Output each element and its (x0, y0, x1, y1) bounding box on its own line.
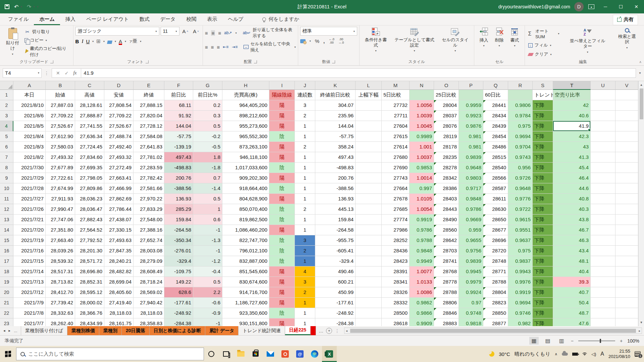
cell[interactable]: 27,709.22 (104, 111, 133, 121)
customize-qat-icon[interactable]: ▾ (37, 5, 39, 8)
cell[interactable]: 28,036.47 (75, 204, 104, 215)
cell[interactable]: -276.01 (164, 246, 193, 256)
start-button[interactable] (0, 346, 16, 362)
cell[interactable]: 28,332.63 (46, 308, 75, 318)
cell[interactable]: 27,492.40 (104, 142, 133, 152)
cell[interactable]: 28341 (382, 277, 410, 287)
file-explorer-button[interactable] (233, 346, 248, 362)
cell[interactable]: 28,569.02 (133, 287, 164, 298)
cell[interactable]: 40.6 (553, 111, 591, 121)
cell[interactable]: 陽 (269, 225, 295, 235)
cell[interactable]: 28,482.82 (104, 266, 133, 277)
cell[interactable]: 2021/7/8 (13, 308, 46, 318)
cell[interactable]: 27,940.42 (133, 298, 164, 308)
cell[interactable]: 陽 (269, 152, 295, 163)
cell[interactable]: 873,263,100 (222, 142, 269, 152)
increase-indent-icon[interactable]: ⇥≡ (232, 45, 237, 49)
cell[interactable]: 下降 (533, 194, 553, 204)
row-header[interactable]: 9 (0, 173, 13, 183)
cell[interactable]: 27,674.99 (46, 183, 75, 194)
cell[interactable]: 918,664,400 (222, 183, 269, 194)
cell[interactable]: 27774 (382, 215, 410, 225)
cell[interactable]: -109.75 (164, 266, 193, 277)
cell[interactable] (591, 100, 615, 111)
cell[interactable]: 1.0105 (410, 194, 434, 204)
cell[interactable]: 2 (295, 246, 315, 256)
cell[interactable]: 898,212,600 (222, 111, 269, 121)
cell[interactable]: 1,086,460,200 (222, 225, 269, 235)
cell[interactable]: 28,517.31 (46, 266, 75, 277)
autosum-button[interactable]: Σオート SUM▾ (527, 27, 561, 40)
battery-icon[interactable] (572, 353, 578, 356)
align-left-icon[interactable]: ≡ (205, 44, 208, 50)
cell[interactable] (615, 287, 638, 298)
cell[interactable]: 28439 (483, 121, 508, 131)
cell[interactable]: 2021/8/3 (13, 142, 46, 152)
cell[interactable] (615, 318, 638, 326)
cell[interactable] (591, 225, 615, 235)
cell[interactable]: 27,581.66 (133, 183, 164, 194)
cell[interactable]: 27,882.43 (75, 215, 104, 225)
cell[interactable]: 358.24 (315, 142, 356, 152)
cell[interactable]: -329.4 (315, 256, 356, 266)
cell[interactable] (615, 173, 638, 183)
decrease-font-icon[interactable]: A (191, 28, 201, 35)
sheet-tab[interactable]: トレンド統計関連 (238, 326, 285, 335)
cell[interactable]: 1.8 (193, 152, 222, 163)
row-header[interactable]: 7 (0, 152, 13, 163)
cell[interactable]: 46.3 (553, 235, 591, 246)
cell[interactable]: 2021/7/16 (13, 246, 46, 256)
cell[interactable]: 1 (295, 163, 315, 173)
phonetic-dropdown-icon[interactable]: ▾ (140, 40, 141, 43)
alignment-dialog-launcher[interactable] (254, 60, 257, 63)
cell[interactable]: 28703 (434, 246, 459, 256)
cell[interactable] (356, 298, 382, 308)
cell[interactable]: 144.04 (164, 121, 193, 131)
copy-button[interactable]: コピー▾ (23, 37, 71, 44)
cell[interactable]: 28,539.32 (46, 256, 75, 266)
cell[interactable]: 1 (295, 256, 315, 266)
undo-button[interactable]: ↶ (14, 4, 18, 10)
cell[interactable]: 0.9743 (508, 152, 533, 163)
cell[interactable] (591, 287, 615, 298)
cell[interactable]: 27,798.05 (75, 173, 104, 183)
cell[interactable]: 28,000.02 (75, 298, 104, 308)
edge-button[interactable] (307, 346, 322, 362)
cell[interactable]: -0.2 (193, 131, 222, 142)
underline-button[interactable]: U (86, 39, 90, 44)
cell[interactable]: 陽 (269, 277, 295, 287)
cell[interactable] (591, 308, 615, 318)
cell[interactable]: 850,070,400 (222, 204, 269, 215)
column-header-G[interactable]: G (193, 81, 222, 90)
cell[interactable]: 200.76 (315, 173, 356, 183)
cell[interactable]: 1 (295, 225, 315, 235)
cell[interactable]: 0.5 (193, 277, 222, 287)
cell[interactable]: 28,366.76 (75, 308, 104, 318)
cell[interactable]: -329.4 (164, 256, 193, 266)
cell[interactable]: 47.6 (553, 318, 591, 326)
cell[interactable]: 0.956 (508, 163, 533, 173)
cell[interactable]: -0.5 (193, 142, 222, 152)
redo-dropdown-icon[interactable]: ▾ (33, 5, 35, 8)
align-top-icon[interactable]: ≡ (205, 30, 208, 36)
cell[interactable]: 0.9694 (508, 131, 533, 142)
cell[interactable]: 陽 (269, 318, 295, 326)
zoom-slider-thumb[interactable] (600, 339, 601, 343)
cell[interactable]: 0.9756 (459, 246, 483, 256)
cell[interactable] (356, 173, 382, 183)
column-header-C[interactable]: C (75, 81, 104, 90)
cell[interactable]: 27,792.52 (75, 235, 104, 246)
cell[interactable]: 27,847.35 (104, 246, 133, 256)
cell[interactable]: 28423 (382, 256, 410, 266)
cell[interactable]: 27,741.55 (75, 121, 104, 131)
menu-tab[interactable]: 挿入 (60, 14, 81, 25)
cell[interactable]: 28883 (434, 318, 459, 326)
cell[interactable] (591, 266, 615, 277)
sheet-tab[interactable] (311, 326, 316, 335)
scroll-down-icon[interactable]: ▼ (640, 319, 643, 326)
font-color-icon[interactable]: A (119, 39, 122, 44)
cell[interactable]: 28386 (434, 183, 459, 194)
cell[interactable]: 27,564.52 (75, 225, 104, 235)
cell[interactable]: 2021/7/20 (13, 225, 46, 235)
cell[interactable]: 2 (295, 142, 315, 152)
